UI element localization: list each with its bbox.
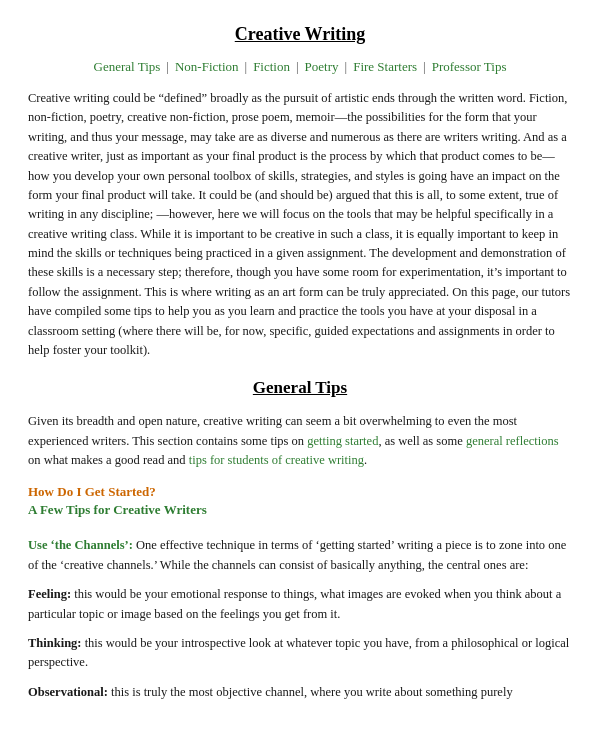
thinking-paragraph: Thinking: this would be your introspecti…	[28, 634, 572, 673]
observational-paragraph: Observational: this is truly the most ob…	[28, 683, 572, 702]
nav-sep-2: |	[245, 59, 248, 75]
page-title: Creative Writing	[28, 24, 572, 45]
tips-students-link[interactable]: tips for students of creative writing	[189, 453, 364, 467]
thinking-text: this would be your introspective look at…	[28, 636, 569, 669]
nav-sep-1: |	[166, 59, 169, 75]
getting-started-link[interactable]: getting started	[307, 434, 378, 448]
nav-poetry[interactable]: Poetry	[305, 59, 339, 75]
nav-sep-3: |	[296, 59, 299, 75]
general-tips-intro-part2: , as well as some	[378, 434, 465, 448]
general-tips-intro-part3: on what makes a good read and	[28, 453, 189, 467]
intro-paragraph: Creative writing could be “defined” broa…	[28, 89, 572, 360]
feeling-paragraph: Feeling: this would be your emotional re…	[28, 585, 572, 624]
nav-non-fiction[interactable]: Non-Fiction	[175, 59, 239, 75]
general-reflections-link[interactable]: general reflections	[466, 434, 559, 448]
thinking-label: Thinking:	[28, 636, 82, 650]
channels-paragraph: Use ‘the Channels’: One effective techni…	[28, 536, 572, 575]
page-container: Creative Writing General Tips | Non-Fict…	[0, 0, 600, 730]
feeling-text: this would be your emotional response to…	[28, 587, 561, 620]
general-tips-intro: Given its breadth and open nature, creat…	[28, 412, 572, 470]
feeling-label: Feeling:	[28, 587, 71, 601]
general-tips-intro-part4: .	[364, 453, 367, 467]
subheading-get-started: How Do I Get Started?	[28, 484, 572, 500]
observational-text: this is truly the most objective channel…	[108, 685, 513, 699]
nav-sep-4: |	[345, 59, 348, 75]
observational-label: Observational:	[28, 685, 108, 699]
spacer-1	[28, 528, 572, 536]
general-tips-title: General Tips	[28, 378, 572, 398]
subheading-few-tips: A Few Tips for Creative Writers	[28, 502, 572, 518]
navigation-bar: General Tips | Non-Fiction | Fiction | P…	[28, 59, 572, 75]
nav-general-tips[interactable]: General Tips	[94, 59, 161, 75]
nav-fire-starters[interactable]: Fire Starters	[353, 59, 417, 75]
nav-professor-tips[interactable]: Professor Tips	[432, 59, 507, 75]
channels-label[interactable]: Use ‘the Channels’:	[28, 538, 133, 552]
nav-fiction[interactable]: Fiction	[253, 59, 290, 75]
nav-sep-5: |	[423, 59, 426, 75]
